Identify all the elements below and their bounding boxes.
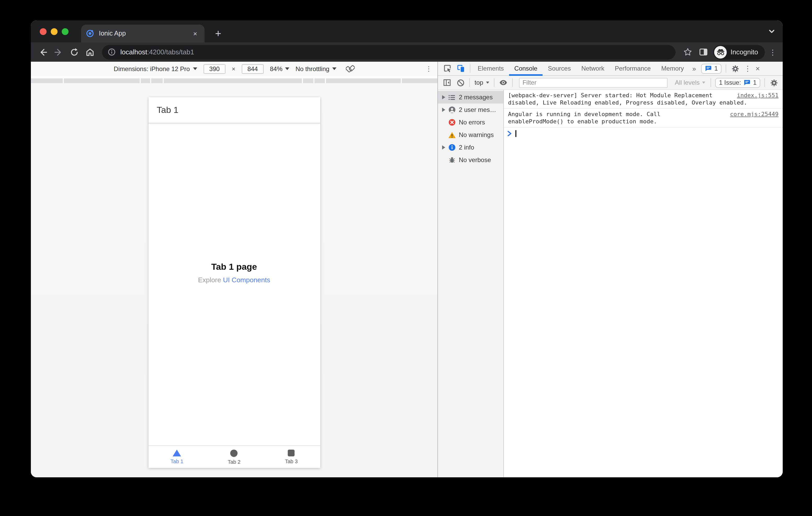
device-dimensions-label: Dimensions: iPhone 12 Pro [114,65,190,72]
ionic-favicon [86,29,94,38]
device-toolbar-menu-icon[interactable]: ⋮ [425,65,432,73]
source-link[interactable]: core.mjs:25449 [730,111,779,118]
expander-icon[interactable] [440,108,447,112]
devtools-tab-network[interactable]: Network [576,61,610,75]
console-message-text: Angular is running in development mode. … [508,111,661,125]
device-zoom-select[interactable]: 84% [270,65,289,72]
devtools-settings-icon[interactable] [728,62,742,75]
device-dimensions-select[interactable]: Dimensions: iPhone 12 Pro [114,65,197,72]
error-icon [448,118,456,126]
devtools-tab-memory[interactable]: Memory [656,61,689,75]
sidebar-item-label: No verbose [459,156,491,164]
expander-icon[interactable] [440,95,447,99]
live-expression-eye-icon[interactable] [496,76,510,89]
tab-close-icon[interactable]: × [191,29,200,38]
console-filter-input[interactable] [519,78,667,88]
app-header-title: Tab 1 [157,105,178,115]
devtools-tab-performance[interactable]: Performance [610,61,656,75]
app-tab-label: Tab 3 [285,458,298,464]
console-settings-icon[interactable] [767,76,781,89]
console-sidebar-toggle-icon[interactable] [440,76,454,89]
console-context-value: top [474,79,483,86]
warning-icon [448,131,456,139]
circle-icon [230,449,238,457]
forward-icon[interactable] [52,45,65,59]
incognito-profile-badge[interactable]: Incognito [713,45,765,59]
devtools-close-icon[interactable]: × [753,64,762,73]
devtools-tab-sources[interactable]: Sources [543,61,576,75]
log-levels-value: All levels [675,79,700,86]
sidebar-item-messages[interactable]: 2 messages [438,91,503,103]
close-window-button[interactable] [40,28,47,35]
console-prompt[interactable] [504,127,783,140]
device-throttling-label: No throttling [296,65,329,72]
console-context-select[interactable]: top [472,79,492,86]
issues-button[interactable]: 1 Issue: 1 [716,78,760,88]
sidebar-item-verbose[interactable]: No verbose [438,154,503,166]
tab-strip: Ionic App × + [31,20,783,42]
device-throttling-select[interactable]: No throttling [296,65,336,72]
back-icon[interactable] [36,45,50,59]
clear-console-icon[interactable] [454,76,467,89]
app-tab-3[interactable]: Tab 3 [263,446,320,468]
app-tab-2[interactable]: Tab 2 [206,446,263,468]
devtools-panel: Elements Console Sources Network Perform… [437,62,783,477]
dropdown-arrow-icon [193,67,197,70]
side-panel-icon[interactable] [696,45,710,59]
inspect-element-icon[interactable] [440,62,454,75]
console-toolbar: top All levels [438,76,783,90]
triangle-icon [173,450,181,456]
dimensions-separator: × [232,65,235,72]
app-tab-1[interactable]: Tab 1 [148,446,206,468]
explore-text: Explore [198,276,223,284]
prompt-chevron-icon [508,131,512,136]
url-path: :4200/tabs/tab1 [147,48,194,56]
sidebar-item-warnings[interactable]: No warnings [438,129,503,141]
ui-components-link[interactable]: UI Components [223,276,270,284]
sidebar-item-info[interactable]: 2 info [438,141,503,154]
more-tabs-icon[interactable]: » [689,65,699,72]
tab-search-chevron-icon[interactable] [768,28,775,35]
log-levels-select[interactable]: All levels [672,79,709,86]
device-width-input[interactable] [204,64,226,73]
site-info-icon[interactable] [108,48,116,56]
app-page-title: Tab 1 page [211,262,257,272]
device-height-input[interactable] [242,64,264,73]
sidebar-item-label: 2 messages [459,94,493,101]
expander-icon[interactable] [440,145,447,150]
minimize-window-button[interactable] [51,28,58,35]
issue-bubble-icon [744,80,751,86]
dropdown-arrow-icon [486,82,489,84]
browser-tab-ionic-app[interactable]: Ionic App × [81,25,205,42]
sidebar-item-user-messages[interactable]: 2 user mes… [438,103,503,116]
bookmark-star-icon[interactable] [681,45,694,59]
console-message: core.mjs:25449Angular is running in deve… [504,109,783,127]
console-message: index.js:551[webpack-dev-server] Server … [504,90,783,109]
new-tab-button[interactable]: + [211,27,225,40]
browser-window: Ionic App × + [31,20,783,477]
devtools-tab-console[interactable]: Console [509,61,543,75]
sidebar-item-label: 2 info [459,144,474,151]
console-sidebar: 2 messages [438,90,504,477]
console-log: index.js:551[webpack-dev-server] Server … [504,90,783,477]
issues-counter-button[interactable]: 1 [701,63,722,73]
home-icon[interactable] [83,45,97,59]
maximize-window-button[interactable] [62,28,68,35]
browser-menu-icon[interactable]: ⋮ [767,48,779,56]
rotate-device-icon[interactable] [346,64,354,73]
devtools-menu-icon[interactable]: ⋮ [742,64,753,73]
source-link[interactable]: index.js:551 [737,92,779,99]
toggle-device-toolbar-icon[interactable] [454,62,468,75]
url-bar[interactable]: localhost:4200/tabs/tab1 [102,45,675,59]
app-tab-label: Tab 2 [228,459,241,464]
issues-button-count: 1 [753,79,757,86]
devtools-tab-elements[interactable]: Elements [472,61,509,75]
browser-toolbar: localhost:4200/tabs/tab1 [31,42,783,62]
reload-icon[interactable] [67,45,81,59]
app-tab-bar: Tab 1 Tab 2 Tab 3 [148,446,320,468]
sidebar-item-errors[interactable]: No errors [438,116,503,129]
dropdown-arrow-icon [702,82,705,84]
device-stage: Tab 1 Tab 1 page Explore UI Components T [31,83,437,477]
device-emulation-panel: Dimensions: iPhone 12 Pro × 84% No throt… [31,62,437,477]
window-controls [40,20,68,42]
